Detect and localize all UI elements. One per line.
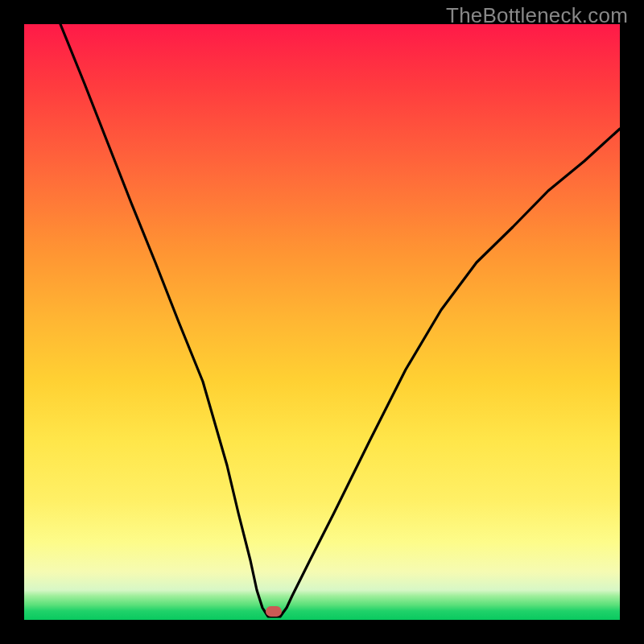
curve-path xyxy=(60,24,620,617)
bottleneck-curve xyxy=(24,24,620,620)
plot-area xyxy=(24,24,620,620)
optimal-point-marker xyxy=(266,606,282,617)
chart-container: TheBottleneck.com xyxy=(0,0,644,644)
